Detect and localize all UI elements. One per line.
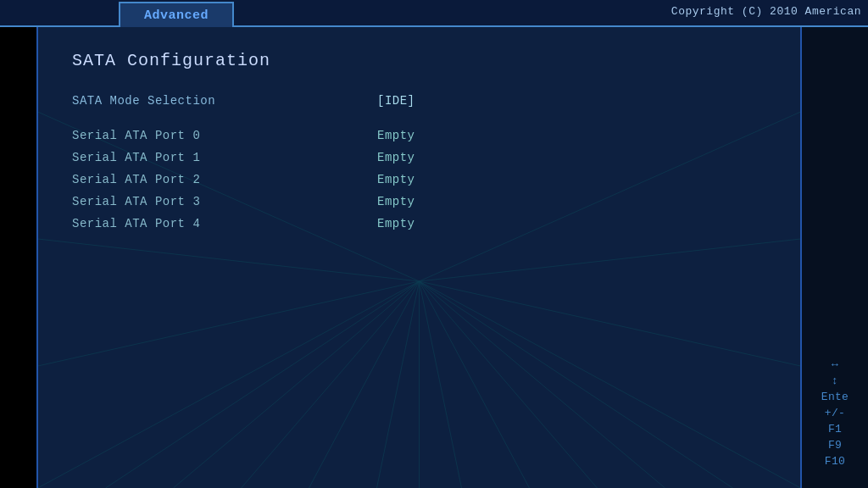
port-label-2: Serial ATA Port 2	[72, 173, 360, 186]
key-hint-f9: F9	[828, 439, 842, 452]
port-row-4[interactable]: Serial ATA Port 4 Empty	[72, 213, 766, 235]
port-label-0: Serial ATA Port 0	[72, 129, 360, 142]
svg-line-0	[38, 281, 420, 488]
port-status-2: Empty	[377, 173, 415, 186]
key-hint-enter: Ente	[821, 391, 849, 403]
svg-line-14	[420, 239, 801, 281]
sata-mode-value: [IDE]	[377, 94, 415, 108]
left-sidebar	[0, 27, 38, 488]
port-status-3: Empty	[377, 195, 415, 208]
sata-ports: Serial ATA Port 0 Empty Serial ATA Port …	[72, 125, 766, 235]
svg-line-7	[420, 281, 462, 488]
port-label-4: Serial ATA Port 4	[72, 217, 360, 230]
port-row-2[interactable]: Serial ATA Port 2 Empty	[72, 169, 766, 191]
key-hint-arrows-lr: ↔	[832, 358, 838, 371]
svg-line-5	[377, 281, 420, 488]
page-title: SATA Configuration	[72, 51, 766, 70]
svg-line-17	[38, 239, 420, 281]
tab-advanced[interactable]: Advanced	[119, 2, 234, 28]
center-content: SATA Configuration SATA Mode Selection […	[38, 27, 800, 488]
port-status-4: Empty	[377, 217, 415, 230]
port-status-0: Empty	[377, 129, 415, 142]
key-hint-f1: F1	[828, 423, 842, 435]
bios-screen: Advanced Copyright (C) 2010 American	[0, 0, 868, 488]
svg-line-2	[174, 281, 420, 488]
svg-line-11	[420, 281, 733, 488]
svg-line-9	[420, 281, 598, 488]
svg-line-3	[242, 281, 420, 488]
key-hint-plusminus: +/-	[825, 407, 845, 419]
svg-line-8	[420, 281, 530, 488]
port-row-0[interactable]: Serial ATA Port 0 Empty	[72, 125, 766, 147]
svg-line-16	[38, 281, 420, 366]
key-hint-arrows-ud: ↕	[832, 374, 838, 387]
main-content: SATA Configuration SATA Mode Selection […	[0, 27, 868, 488]
top-bar: Advanced Copyright (C) 2010 American	[0, 0, 868, 27]
port-row-3[interactable]: Serial ATA Port 3 Empty	[72, 191, 766, 213]
sata-mode-row[interactable]: SATA Mode Selection [IDE]	[72, 94, 766, 108]
port-status-1: Empty	[377, 151, 415, 164]
port-label-3: Serial ATA Port 3	[72, 195, 360, 208]
svg-line-13	[420, 281, 801, 366]
sata-mode-label: SATA Mode Selection	[72, 94, 360, 108]
key-hint-f10: F10	[825, 455, 845, 468]
right-sidebar: ↔ ↕ Ente +/- F1 F9 F10	[800, 27, 868, 488]
svg-line-10	[420, 281, 665, 488]
copyright-text: Copyright (C) 2010 American	[665, 0, 868, 23]
svg-line-4	[309, 281, 420, 488]
port-row-1[interactable]: Serial ATA Port 1 Empty	[72, 147, 766, 169]
port-label-1: Serial ATA Port 1	[72, 151, 360, 164]
svg-line-1	[106, 281, 420, 488]
svg-line-12	[420, 281, 801, 488]
